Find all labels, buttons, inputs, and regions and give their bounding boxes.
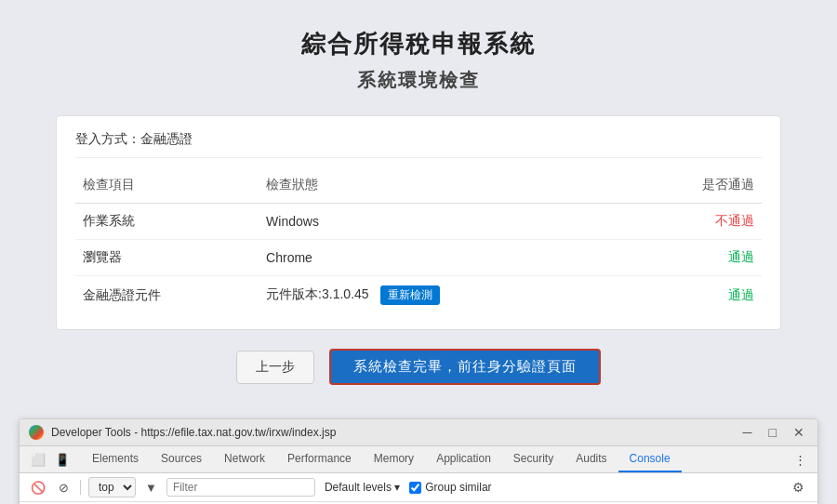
group-similar-label: Group similar: [409, 481, 491, 494]
filter-toggle-button[interactable]: ⊘: [55, 479, 73, 497]
context-selector[interactable]: top: [88, 477, 136, 497]
col-status: 檢查狀態: [259, 171, 630, 204]
tab-security[interactable]: Security: [502, 446, 565, 472]
devtools-icon-buttons: ⬜ 📱: [27, 449, 73, 471]
item-plugin: 金融憑證元件: [75, 276, 259, 315]
table-row: 作業系統 Windows 不通過: [75, 204, 762, 240]
group-similar-checkbox[interactable]: [409, 482, 421, 494]
table-row: 瀏覽器 Chrome 通過: [75, 240, 762, 276]
page-subtitle: 系統環境檢查: [56, 68, 781, 93]
item-browser: 瀏覽器: [75, 240, 259, 276]
inspect-icon[interactable]: ⬜: [27, 449, 49, 471]
check-panel: 登入方式：金融憑證 檢查項目 檢查狀態 是否通過 作業系統 Windows 不通…: [56, 115, 781, 330]
result-browser: 通過: [630, 240, 762, 276]
filter-input[interactable]: [166, 478, 315, 497]
next-button[interactable]: 系統檢查完畢，前往身分驗證頁面: [329, 349, 601, 385]
clear-console-button[interactable]: 🚫: [27, 479, 49, 497]
tab-sources[interactable]: Sources: [150, 446, 213, 472]
close-button[interactable]: ✕: [790, 426, 808, 439]
tab-performance[interactable]: Performance: [276, 446, 363, 472]
check-table: 檢查項目 檢查狀態 是否通過 作業系統 Windows 不通過 瀏覽器 Chro…: [75, 171, 762, 314]
tab-console[interactable]: Console: [618, 446, 682, 472]
recheck-button[interactable]: 重新檢測: [380, 285, 440, 305]
devtools-tabs-bar: ⬜ 📱 Elements Sources Network Performance…: [20, 446, 817, 473]
devtools-panel: Developer Tools - https://efile.tax.nat.…: [19, 418, 818, 504]
tab-application[interactable]: Application: [425, 446, 502, 472]
result-plugin: 通過: [630, 276, 762, 315]
toolbar-divider: [80, 480, 81, 495]
context-arrow[interactable]: ▼: [141, 479, 161, 497]
status-os: Windows: [259, 204, 630, 240]
status-plugin: 元件版本:3.1.0.45 重新檢測: [259, 276, 630, 315]
tab-elements[interactable]: Elements: [81, 446, 150, 472]
tab-memory[interactable]: Memory: [363, 446, 425, 472]
chrome-icon: [29, 425, 44, 440]
item-os: 作業系統: [75, 204, 259, 240]
devtools-window-controls: ─ □ ✕: [739, 426, 808, 439]
tab-network[interactable]: Network: [213, 446, 276, 472]
prev-button[interactable]: 上一步: [236, 351, 314, 384]
maximize-button[interactable]: □: [765, 426, 780, 439]
page-title: 綜合所得稅申報系統: [56, 28, 781, 60]
col-item: 檢查項目: [75, 171, 259, 204]
login-method: 登入方式：金融憑證: [75, 131, 762, 158]
col-result: 是否通過: [630, 171, 762, 204]
main-content: 綜合所得稅申報系統 系統環境檢查 登入方式：金融憑證 檢查項目 檢查狀態 是否通…: [0, 0, 837, 418]
status-browser: Chrome: [259, 240, 630, 276]
table-row: 金融憑證元件 元件版本:3.1.0.45 重新檢測 通過: [75, 276, 762, 315]
tab-audits[interactable]: Audits: [565, 446, 618, 472]
action-row: 上一步 系統檢查完畢，前往身分驗證頁面: [56, 349, 781, 385]
default-levels-button[interactable]: Default levels ▾: [321, 479, 404, 496]
devtools-titlebar: Developer Tools - https://efile.tax.nat.…: [20, 419, 817, 446]
minimize-button[interactable]: ─: [739, 426, 756, 439]
console-toolbar: 🚫 ⊘ top ▼ Default levels ▾ Group similar…: [20, 473, 817, 502]
settings-button[interactable]: ⚙: [787, 478, 810, 497]
device-icon[interactable]: 📱: [51, 449, 73, 471]
more-tabs-button[interactable]: ⋮: [790, 449, 810, 471]
result-os: 不通過: [630, 204, 762, 240]
devtools-title: Developer Tools - https://efile.tax.nat.…: [51, 426, 732, 439]
